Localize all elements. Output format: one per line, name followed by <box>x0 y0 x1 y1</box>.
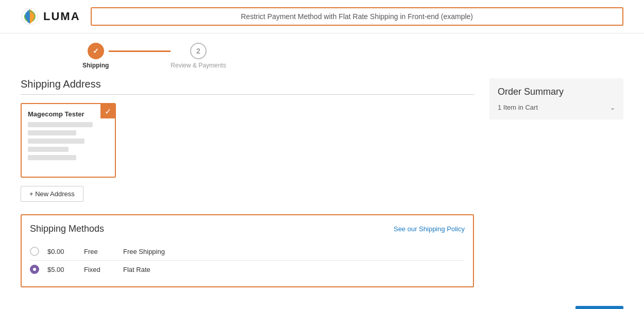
address-blurred-line-3 <box>28 139 84 144</box>
method-flat-type: Fixed <box>84 266 115 273</box>
step-shipping-label: Shipping <box>82 62 109 69</box>
shipping-methods-header: Shipping Methods See our Shipping Policy <box>30 224 465 234</box>
page-title-banner: Restrict Payment Method with Flat Rate S… <box>91 7 623 26</box>
address-blurred-line-2 <box>28 130 76 135</box>
luma-logo-icon <box>21 7 39 26</box>
order-summary-title: Order Summary <box>498 87 615 97</box>
cart-item-count: 1 Item in Cart <box>498 104 538 111</box>
address-card-name: Magecomp Tester <box>28 110 109 118</box>
step-review: 2 Review & Payments <box>171 43 226 69</box>
order-summary-box: Order Summary 1 Item in Cart ⌄ <box>489 78 623 119</box>
header: LUMA Restrict Payment Method with Flat R… <box>0 0 644 33</box>
address-selected-check: ✓ <box>100 104 115 118</box>
method-flat-name: Flat Rate <box>123 266 150 273</box>
address-blurred-line-1 <box>28 122 93 127</box>
method-free-name: Free Shipping <box>123 248 165 255</box>
shipping-method-row-flat[interactable]: $5.00 Fixed Flat Rate <box>30 260 465 278</box>
checkout-steps: ✓ Shipping 2 Review & Payments <box>0 33 644 73</box>
step-review-circle: 2 <box>190 43 207 59</box>
next-button-row: Next <box>0 298 644 309</box>
next-button[interactable]: Next <box>575 306 623 309</box>
main-content: Shipping Address ✓ Magecomp Tester + New… <box>0 73 644 298</box>
method-free-type: Free <box>84 248 115 255</box>
step-shipping: ✓ Shipping <box>82 43 109 69</box>
page-title-text: Restrict Payment Method with Flat Rate S… <box>241 12 473 21</box>
shipping-methods-box: Shipping Methods See our Shipping Policy… <box>21 214 474 287</box>
radio-free-shipping[interactable] <box>30 247 39 256</box>
method-flat-price: $5.00 <box>47 266 76 273</box>
shipping-method-row-free[interactable]: $0.00 Free Free Shipping <box>30 243 465 260</box>
order-summary-cart[interactable]: 1 Item in Cart ⌄ <box>498 104 615 111</box>
step-line-1 <box>109 50 171 52</box>
logo-text: LUMA <box>43 10 80 23</box>
step-review-label: Review & Payments <box>171 62 226 69</box>
left-section: Shipping Address ✓ Magecomp Tester + New… <box>21 78 474 287</box>
step-shipping-circle: ✓ <box>88 43 104 59</box>
chevron-down-icon: ⌄ <box>610 104 615 111</box>
radio-flat-rate[interactable] <box>30 265 39 274</box>
new-address-button[interactable]: + New Address <box>21 186 83 202</box>
logo-area: LUMA <box>21 7 80 26</box>
method-free-price: $0.00 <box>47 248 76 255</box>
address-blurred-line-4 <box>28 147 69 152</box>
right-section: Order Summary 1 Item in Cart ⌄ <box>489 78 623 287</box>
shipping-methods-title: Shipping Methods <box>30 224 104 234</box>
address-card[interactable]: ✓ Magecomp Tester <box>21 103 116 178</box>
shipping-policy-link[interactable]: See our Shipping Policy <box>394 225 465 233</box>
address-blurred-line-5 <box>28 155 76 160</box>
shipping-address-title: Shipping Address <box>21 78 474 95</box>
